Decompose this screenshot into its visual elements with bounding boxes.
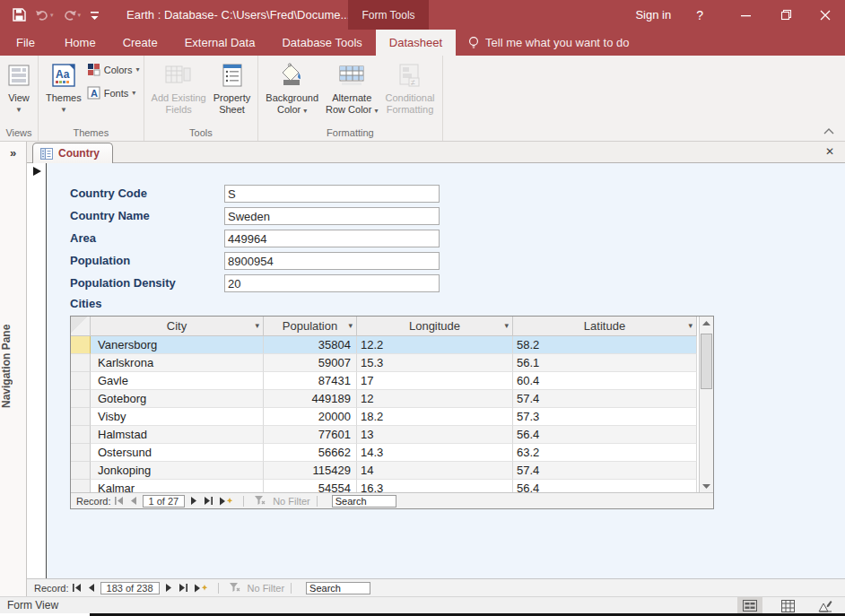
cell-latitude[interactable]: 56.1: [513, 354, 697, 372]
cell-latitude[interactable]: 57.4: [513, 390, 697, 408]
cell-latitude[interactable]: 56.4: [513, 426, 697, 444]
row-selector[interactable]: [71, 354, 91, 372]
cell-city[interactable]: Ostersund: [91, 444, 264, 462]
form-view-button[interactable]: [737, 597, 762, 614]
table-row[interactable]: Halmstad776011356.4: [71, 426, 713, 444]
previous-record-icon[interactable]: [88, 584, 94, 592]
cell-longitude[interactable]: 18.2: [357, 408, 513, 426]
population-input[interactable]: [224, 252, 440, 270]
row-selector[interactable]: [71, 372, 91, 390]
cell-longitude[interactable]: 15.3: [357, 354, 513, 372]
column-header-city[interactable]: City▾: [91, 317, 264, 336]
tab-external-data[interactable]: External Data: [171, 30, 269, 56]
cell-latitude[interactable]: 63.2: [513, 444, 697, 462]
column-dropdown-icon[interactable]: ▾: [255, 317, 259, 335]
redo-dropdown-arrow[interactable]: ▾: [78, 12, 82, 19]
column-header-latitude[interactable]: Latitude▾: [513, 317, 697, 336]
colors-button[interactable]: Colors ▾: [87, 63, 140, 76]
row-selector[interactable]: [71, 408, 91, 426]
record-selector-bar[interactable]: [27, 163, 47, 578]
themes-button[interactable]: Aa Themes ▼: [42, 57, 85, 116]
cell-population[interactable]: 59007: [264, 354, 357, 372]
table-row[interactable]: Gavle874311760.4: [71, 372, 713, 390]
column-dropdown-icon[interactable]: ▾: [688, 317, 693, 335]
tab-country[interactable]: Country: [32, 143, 113, 163]
last-record-icon[interactable]: [179, 584, 187, 592]
restore-button[interactable]: [766, 0, 806, 30]
new-record-icon[interactable]: [195, 584, 208, 593]
row-selector[interactable]: [71, 426, 91, 444]
next-record-icon[interactable]: [166, 584, 172, 592]
main-search-input[interactable]: [306, 582, 370, 594]
cell-city[interactable]: Vanersborg: [91, 336, 264, 354]
undo-dropdown-arrow[interactable]: ▾: [50, 12, 54, 19]
no-filter-label[interactable]: No Filter: [273, 496, 310, 507]
sign-in-button[interactable]: Sign in: [635, 8, 671, 22]
row-selector[interactable]: [71, 336, 91, 354]
first-record-icon[interactable]: [115, 497, 123, 505]
design-view-button[interactable]: [813, 597, 838, 614]
help-icon[interactable]: ?: [696, 8, 703, 22]
cell-longitude[interactable]: 14.3: [357, 444, 513, 462]
view-button[interactable]: View ▼: [4, 57, 34, 116]
no-filter-label[interactable]: No Filter: [248, 583, 285, 594]
alternate-row-color-dropdown-arrow[interactable]: ▾: [374, 107, 378, 115]
vertical-scrollbar[interactable]: [699, 317, 713, 494]
alternate-row-color-button[interactable]: Alternate Row Color ▾: [322, 57, 381, 117]
datasheet-select-all-corner[interactable]: [71, 317, 91, 336]
datasheet-view-button[interactable]: [775, 597, 800, 614]
next-record-icon[interactable]: [191, 497, 197, 505]
background-color-dropdown-arrow[interactable]: ▾: [303, 107, 307, 115]
cell-latitude[interactable]: 58.2: [513, 336, 697, 354]
table-row[interactable]: Jonkoping1154291457.4: [71, 462, 713, 480]
close-tab-icon[interactable]: ✕: [825, 145, 834, 158]
cell-city[interactable]: Visby: [91, 408, 264, 426]
cell-city[interactable]: Jonkoping: [91, 462, 264, 480]
column-header-population[interactable]: Population▾: [264, 317, 357, 336]
cell-latitude[interactable]: 57.4: [513, 462, 697, 480]
table-row[interactable]: Goteborg4491891257.4: [71, 390, 713, 408]
cell-population[interactable]: 449189: [264, 390, 357, 408]
table-row[interactable]: Ostersund5666214.363.2: [71, 444, 713, 462]
close-button[interactable]: [806, 0, 845, 30]
tab-home[interactable]: Home: [51, 30, 109, 56]
cell-city[interactable]: Goteborg: [91, 390, 264, 408]
save-icon[interactable]: [13, 8, 26, 22]
previous-record-icon[interactable]: [130, 497, 136, 505]
column-dropdown-icon[interactable]: ▾: [504, 317, 509, 335]
cell-population[interactable]: 35804: [264, 336, 357, 354]
cell-population[interactable]: 77601: [264, 426, 357, 444]
cell-latitude[interactable]: 57.3: [513, 408, 697, 426]
background-color-button[interactable]: Background Color ▾: [262, 57, 322, 117]
country-name-input[interactable]: [224, 207, 440, 225]
subform-search-input[interactable]: [332, 495, 396, 508]
redo-icon[interactable]: ▾: [63, 9, 82, 22]
last-record-icon[interactable]: [205, 497, 213, 505]
area-input[interactable]: [224, 230, 440, 247]
tell-me-box[interactable]: Tell me what you want to do: [468, 30, 629, 56]
tab-database-tools[interactable]: Database Tools: [268, 30, 375, 56]
expand-nav-pane-icon[interactable]: »: [0, 146, 26, 160]
cell-longitude[interactable]: 13: [357, 426, 513, 444]
undo-icon[interactable]: ▾: [35, 9, 54, 22]
view-dropdown-arrow[interactable]: ▼: [15, 104, 22, 116]
first-record-icon[interactable]: [73, 584, 81, 592]
column-dropdown-icon[interactable]: ▾: [348, 317, 353, 335]
new-record-icon[interactable]: [220, 497, 233, 506]
country-code-input[interactable]: [224, 185, 440, 203]
row-selector[interactable]: [71, 462, 91, 480]
property-sheet-button[interactable]: Property Sheet: [210, 57, 255, 116]
tab-create[interactable]: Create: [109, 30, 171, 56]
collapse-ribbon-icon[interactable]: [823, 122, 834, 138]
cell-longitude[interactable]: 12.2: [357, 336, 513, 354]
cell-city[interactable]: Karlskrona: [91, 354, 264, 372]
themes-dropdown-arrow[interactable]: ▼: [60, 104, 67, 116]
row-selector[interactable]: [71, 444, 91, 462]
cell-population[interactable]: 87431: [264, 372, 357, 390]
scrollbar-thumb[interactable]: [701, 334, 712, 389]
table-row[interactable]: Vanersborg3580412.258.2: [71, 336, 713, 354]
colors-dropdown-arrow[interactable]: ▾: [136, 65, 140, 74]
cell-population[interactable]: 20000: [264, 408, 357, 426]
table-row[interactable]: Karlskrona5900715.356.1: [71, 354, 713, 372]
cell-population[interactable]: 115429: [264, 462, 357, 480]
